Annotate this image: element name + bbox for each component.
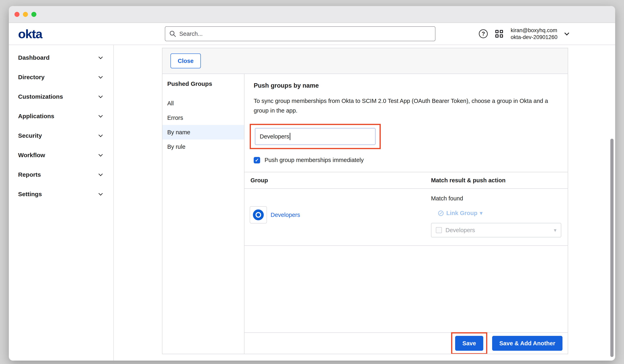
pushed-groups-subnav: Pushed Groups All Errors By name By rule [162, 74, 244, 354]
push-immediately-checkbox[interactable] [254, 157, 260, 163]
subnav-item-all[interactable]: All [162, 96, 244, 110]
sidebar-item-customizations[interactable]: Customizations [9, 87, 113, 106]
chevron-down-icon [99, 74, 103, 78]
traffic-lights [14, 12, 36, 17]
subnav-item-by-name[interactable]: By name [162, 125, 244, 139]
match-result-cell: Match found Link Group ▾ [431, 192, 568, 237]
sidebar-item-applications[interactable]: Applications [9, 106, 113, 126]
close-window-button[interactable] [14, 12, 20, 17]
window-titlebar [9, 6, 615, 23]
link-group-dropdown[interactable]: Link Group ▾ [438, 210, 561, 216]
annotation-highlight-save: Save [451, 332, 487, 354]
okta-group-icon [253, 209, 264, 220]
group-name-link[interactable]: Developers [271, 212, 300, 218]
group-name-input-value: Developers [260, 133, 289, 140]
chevron-down-icon[interactable] [564, 30, 569, 35]
global-search[interactable] [165, 26, 435, 41]
push-groups-table: Group Match result & push action Develop… [244, 172, 568, 246]
app-body: Dashboard Directory Customizations Appli… [9, 45, 615, 361]
subnav-item-errors[interactable]: Errors [162, 110, 244, 125]
save-add-another-button[interactable]: Save & Add Another [492, 336, 563, 351]
zoom-window-button[interactable] [31, 12, 36, 17]
account-email: kiran@boxyhq.com [511, 27, 557, 34]
content-description: To sync group memberships from Okta to S… [254, 96, 551, 115]
column-header-group: Group [244, 177, 431, 184]
target-group-select[interactable]: Developers ▾ [431, 223, 561, 237]
sidebar: Dashboard Directory Customizations Appli… [9, 45, 114, 361]
chevron-down-icon [99, 152, 103, 156]
help-icon[interactable]: ? [479, 29, 488, 38]
search-icon [169, 30, 176, 37]
panel-body: Pushed Groups All Errors By name By rule… [162, 74, 568, 354]
search-input[interactable] [179, 30, 431, 37]
sidebar-item-workflow[interactable]: Workflow [9, 145, 113, 165]
account-org: okta-dev-20901260 [511, 34, 557, 41]
target-group-select-value: Developers [445, 227, 475, 234]
chevron-down-icon [99, 191, 103, 196]
chevron-down-icon [99, 55, 103, 59]
header-actions: ? kiran@boxyhq.com okta-dev-20901260 [479, 27, 569, 41]
group-cell: Developers [244, 192, 431, 237]
save-button[interactable]: Save [455, 336, 483, 351]
chevron-down-icon [99, 113, 103, 118]
annotation-highlight-input: Developers [250, 124, 381, 149]
apps-grid-icon[interactable] [495, 30, 503, 38]
close-button[interactable]: Close [170, 53, 201, 68]
vertical-scrollbar[interactable] [610, 139, 614, 357]
sidebar-item-dashboard[interactable]: Dashboard [9, 48, 113, 67]
group-avatar [250, 206, 267, 224]
sidebar-item-reports[interactable]: Reports [9, 165, 113, 184]
push-groups-panel: Close Pushed Groups All Errors By name B… [162, 48, 568, 354]
text-caret [290, 133, 290, 140]
browser-window: okta ? kiran@boxyhq.com okta-dev-2090126… [9, 6, 615, 361]
chevron-down-icon [99, 133, 103, 137]
subnav-item-by-rule[interactable]: By rule [162, 139, 244, 154]
dropdown-arrow-icon: ▾ [480, 210, 482, 216]
sidebar-item-directory[interactable]: Directory [9, 67, 113, 87]
minimize-window-button[interactable] [23, 12, 28, 17]
app-header: okta ? kiran@boxyhq.com okta-dev-2090126… [9, 23, 615, 45]
panel-toolbar: Close [162, 48, 568, 74]
panel-footer: Save Save & Add Another [244, 333, 568, 354]
match-result-text: Match found [431, 195, 561, 202]
sidebar-item-security[interactable]: Security [9, 126, 113, 145]
empty-space [254, 246, 568, 333]
select-dropdown-arrow-icon: ▾ [554, 227, 556, 233]
link-group-icon [438, 210, 444, 216]
table-row: Developers Match found [244, 189, 568, 246]
chevron-down-icon [99, 172, 103, 176]
main-area: Close Pushed Groups All Errors By name B… [114, 45, 615, 361]
column-header-match-result: Match result & push action [431, 177, 568, 184]
push-immediately-label: Push group memberships immediately [264, 157, 364, 163]
push-immediately-row: Push group memberships immediately [254, 157, 568, 163]
group-name-input[interactable]: Developers [255, 128, 376, 145]
select-checkbox-icon [436, 227, 442, 233]
table-header: Group Match result & push action [244, 172, 568, 189]
push-by-name-content: Push groups by name To sync group member… [244, 74, 568, 354]
okta-logo: okta [18, 27, 42, 41]
sidebar-item-settings[interactable]: Settings [9, 184, 113, 204]
chevron-down-icon [99, 94, 103, 98]
account-menu[interactable]: kiran@boxyhq.com okta-dev-20901260 [511, 27, 557, 41]
subnav-title: Pushed Groups [162, 80, 244, 87]
content-title: Push groups by name [254, 82, 568, 89]
